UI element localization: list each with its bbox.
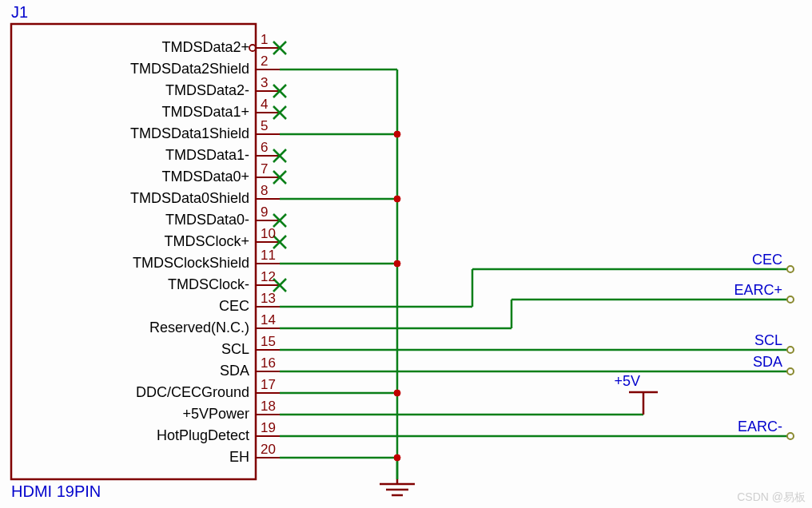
- net-label: CEC: [699, 252, 782, 268]
- pin-number: 9: [261, 204, 268, 220]
- component-type: HDMI 19PIN: [11, 482, 101, 501]
- pin-name: Reserved(N.C.): [16, 319, 249, 336]
- power-label: +5V: [595, 373, 640, 390]
- svg-point-69: [394, 390, 400, 396]
- pin-number: 8: [261, 183, 268, 199]
- pin-name: TMDSClock+: [16, 233, 249, 250]
- pin-number: 7: [261, 161, 268, 177]
- svg-point-42: [787, 296, 794, 303]
- pin-number: 3: [261, 75, 268, 91]
- pin-name: +5VPower: [16, 406, 249, 423]
- pin-name: EH: [16, 449, 249, 466]
- pin-name: TMDSData1+: [16, 104, 249, 121]
- pin-name: TMDSData2-: [16, 82, 249, 99]
- svg-point-66: [394, 131, 400, 137]
- svg-point-57: [787, 433, 794, 439]
- net-label: SCL: [699, 332, 782, 349]
- pin-number: 18: [261, 399, 276, 415]
- pin-name: TMDSClockShield: [16, 255, 249, 272]
- pin-number: 10: [261, 226, 276, 242]
- pin-number: 20: [261, 442, 276, 458]
- svg-point-70: [394, 454, 400, 461]
- svg-point-68: [394, 260, 400, 267]
- pin-number: 6: [261, 140, 268, 156]
- pin-name: DDC/CECGround: [16, 384, 249, 401]
- svg-point-48: [787, 368, 794, 375]
- pin-number: 5: [261, 118, 268, 134]
- schematic-canvas: { "component": { "ref": "J1", "type": "H…: [0, 0, 812, 508]
- pin-number: 15: [261, 334, 276, 350]
- pin-name: TMDSClock-: [16, 276, 249, 293]
- net-label: EARC-: [699, 419, 782, 435]
- svg-point-37: [787, 266, 794, 272]
- pin-number: 11: [261, 248, 276, 264]
- pin-number: 4: [261, 97, 268, 113]
- pin-name: TMDSData0+: [16, 169, 249, 185]
- pin-name: TMDSData1-: [16, 147, 249, 164]
- pin-number: 19: [261, 420, 276, 436]
- pin-name: TMDSData1Shield: [16, 125, 249, 142]
- pin-name: CEC: [16, 298, 249, 315]
- svg-point-67: [394, 196, 400, 202]
- pin-name: TMDSData2Shield: [16, 61, 249, 77]
- pin-number: 17: [261, 377, 276, 393]
- pin-name: SDA: [16, 363, 249, 379]
- pin-name: TMDSData0Shield: [16, 190, 249, 207]
- pin-number: 16: [261, 355, 276, 371]
- pin-number: 1: [261, 32, 268, 48]
- watermark: CSDN @易板: [737, 490, 806, 505]
- pin-name: TMDSData2+: [16, 39, 249, 56]
- pin-name: SCL: [16, 341, 249, 358]
- net-label: EARC+: [699, 282, 782, 299]
- pin-name: TMDSData0-: [16, 212, 249, 228]
- pin-number: 14: [261, 312, 276, 328]
- pin-number: 13: [261, 291, 276, 307]
- pin-number: 2: [261, 54, 268, 69]
- pin-number: 12: [261, 269, 276, 285]
- net-label: SDA: [699, 354, 782, 371]
- svg-point-45: [787, 347, 794, 353]
- pin-name: HotPlugDetect: [16, 427, 249, 444]
- component-ref: J1: [11, 3, 28, 22]
